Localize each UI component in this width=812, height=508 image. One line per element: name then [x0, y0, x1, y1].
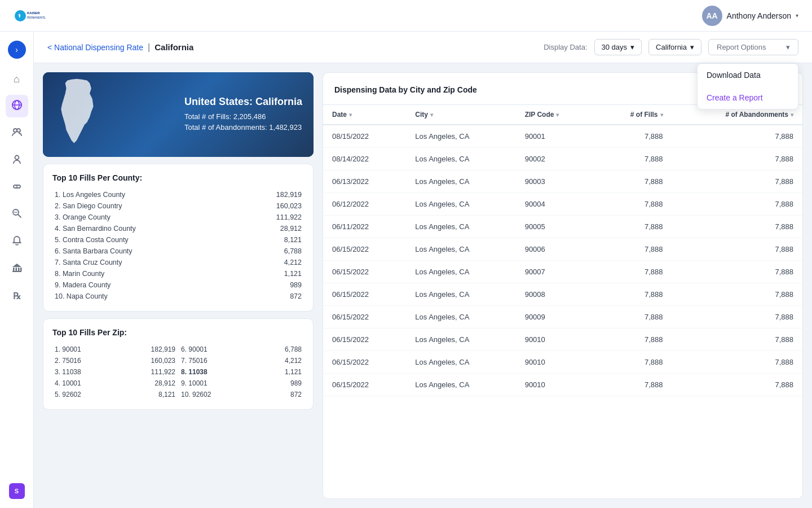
user-menu[interactable]: AA Anthony Anderson ▾: [702, 6, 798, 26]
cell-abandonments: 7,888: [672, 193, 803, 216]
cell-abandonments: 7,888: [672, 238, 803, 261]
table-row[interactable]: 06/12/2022 Los Angeles, CA 90004 7,888 7…: [323, 193, 802, 216]
list-item: 3. Orange County111,922: [52, 212, 304, 223]
table-row[interactable]: 06/15/2022 Los Angeles, CA 90007 7,888 7…: [323, 261, 802, 283]
display-data-dropdown[interactable]: 30 days ▾: [594, 39, 642, 55]
rx-icon: ℞: [13, 291, 21, 301]
sidebar-item-search[interactable]: [6, 203, 28, 226]
sidebar-item-pills[interactable]: [6, 176, 28, 199]
cell-fills: 7,888: [595, 261, 672, 283]
sidebar-item-bell[interactable]: [6, 230, 28, 253]
cell-fills: 7,888: [595, 329, 672, 351]
download-data-item[interactable]: Download Data: [698, 64, 798, 86]
sort-icon[interactable]: ▾: [556, 112, 559, 118]
logo-area: KAISER PERMANENTE. ⚕: [14, 6, 59, 26]
sidebar-item-rx[interactable]: ℞: [6, 284, 28, 307]
cell-fills: 7,888: [595, 351, 672, 374]
top10-county-list: 1. Los Angeles County182,9192. San Diego…: [52, 189, 304, 302]
breadcrumb-separator: |: [148, 42, 150, 52]
table-row[interactable]: 06/15/2022 Los Angeles, CA 90009 7,888 7…: [323, 306, 802, 329]
sort-icon[interactable]: ▾: [430, 112, 433, 118]
table-row[interactable]: 06/15/2022 Los Angeles, CA 90008 7,888 7…: [323, 283, 802, 306]
breadcrumb-back-link[interactable]: < National Dispensing Rate: [47, 43, 143, 52]
dispensing-table: Date▾ City▾ ZIP Code▾ # of Fills▾ # of A…: [323, 105, 802, 396]
cell-fills: 7,888: [595, 148, 672, 170]
list-item: 6. Santa Barbara County6,788: [52, 246, 304, 257]
sidebar-toggle-button[interactable]: ›: [8, 41, 26, 59]
state-selector-value: California: [656, 43, 687, 51]
sort-icon[interactable]: ▾: [349, 112, 352, 118]
table-row[interactable]: 06/15/2022 Los Angeles, CA 90010 7,888 7…: [323, 374, 802, 396]
top10-county-title: Top 10 Fills Per County:: [52, 173, 304, 182]
table-row[interactable]: 06/13/2022 Los Angeles, CA 90003 7,888 7…: [323, 170, 802, 193]
cell-city: Los Angeles, CA: [406, 125, 515, 148]
cell-city: Los Angeles, CA: [406, 374, 515, 396]
cell-date: 06/12/2022: [323, 193, 406, 216]
map-abandonments-stat: Total # of Abandonments: 1,482,923: [184, 123, 302, 132]
svg-rect-16: [15, 268, 17, 271]
list-item: 7. Santa Cruz County4,212: [52, 257, 304, 268]
main-layout: › ⌂: [0, 32, 812, 508]
table-row[interactable]: 08/14/2022 Los Angeles, CA 90002 7,888 7…: [323, 148, 802, 170]
table-scroll[interactable]: Date▾ City▾ ZIP Code▾ # of Fills▾ # of A…: [323, 105, 802, 498]
col-date: Date▾: [323, 105, 406, 125]
search-detail-icon: [11, 208, 23, 222]
table-row[interactable]: 06/11/2022 Los Angeles, CA 90005 7,888 7…: [323, 216, 802, 238]
cell-city: Los Angeles, CA: [406, 193, 515, 216]
report-options-label: Report Options: [717, 43, 766, 51]
sort-icon[interactable]: ▾: [660, 112, 663, 118]
col-city: City▾: [406, 105, 515, 125]
sidebar-item-globe[interactable]: [6, 95, 28, 117]
list-item: 9. 10001989: [179, 378, 304, 389]
cell-zip: 90008: [516, 283, 595, 306]
col-fills: # of Fills▾: [595, 105, 672, 125]
list-item: 2. San Diego Country160,023: [52, 200, 304, 212]
cell-date: 06/15/2022: [323, 374, 406, 396]
map-fills-stat: Total # of Fills: 2,205,486: [184, 112, 302, 121]
panels: United States: California Total # of Fil…: [34, 63, 812, 508]
list-item: 5. 926028,121: [52, 389, 178, 400]
report-options-dropdown[interactable]: Report Options ▾: [708, 39, 798, 55]
sidebar-item-home[interactable]: ⌂: [6, 68, 28, 90]
cell-zip: 90010: [516, 329, 595, 351]
sidebar-item-bank[interactable]: [6, 257, 28, 280]
cell-zip: 90001: [516, 125, 595, 148]
sidebar-item-people[interactable]: [6, 122, 28, 144]
chevron-down-icon: ▾: [630, 43, 634, 51]
cell-abandonments: 7,888: [672, 170, 803, 193]
list-item: 9. Madera County989: [52, 279, 304, 291]
list-item: 1. 90001182,919: [52, 344, 178, 355]
salix-badge[interactable]: S: [9, 483, 25, 499]
svg-marker-19: [12, 264, 21, 267]
top10-zip-grid: 1. 90001182,9192. 75016160,0233. 1103811…: [52, 344, 304, 400]
state-selector-dropdown[interactable]: California ▾: [648, 39, 701, 55]
table-row[interactable]: 06/15/2022 Los Angeles, CA 90006 7,888 7…: [323, 238, 802, 261]
cell-abandonments: 7,888: [672, 261, 803, 283]
cell-date: 08/14/2022: [323, 148, 406, 170]
cell-abandonments: 7,888: [672, 125, 803, 148]
create-report-item[interactable]: Create a Report: [698, 86, 798, 109]
top10-zip-title: Top 10 Fills Per Zip:: [52, 328, 304, 337]
cell-date: 08/15/2022: [323, 125, 406, 148]
kaiser-logo: KAISER PERMANENTE. ⚕: [14, 6, 59, 26]
sidebar: › ⌂: [0, 32, 34, 508]
cell-fills: 7,888: [595, 374, 672, 396]
table-row[interactable]: 08/15/2022 Los Angeles, CA 90001 7,888 7…: [323, 125, 802, 148]
cell-city: Los Angeles, CA: [406, 170, 515, 193]
chevron-down-icon: ▾: [796, 12, 798, 19]
person-icon: [11, 154, 23, 168]
globe-icon: [11, 99, 23, 113]
sort-icon[interactable]: ▾: [791, 112, 793, 118]
list-item: 2. 75016160,023: [52, 355, 178, 366]
svg-rect-18: [20, 268, 22, 271]
table-row[interactable]: 06/15/2022 Los Angeles, CA 90010 7,888 7…: [323, 329, 802, 351]
cell-abandonments: 7,888: [672, 148, 803, 170]
breadcrumb-current: California: [155, 42, 193, 52]
bell-icon: [11, 235, 23, 249]
table-body: 08/15/2022 Los Angeles, CA 90001 7,888 7…: [323, 125, 802, 396]
cell-abandonments: 7,888: [672, 216, 803, 238]
cell-fills: 7,888: [595, 193, 672, 216]
table-row[interactable]: 06/15/2022 Los Angeles, CA 90010 7,888 7…: [323, 351, 802, 374]
sidebar-item-person[interactable]: [6, 149, 28, 172]
cell-city: Los Angeles, CA: [406, 351, 515, 374]
